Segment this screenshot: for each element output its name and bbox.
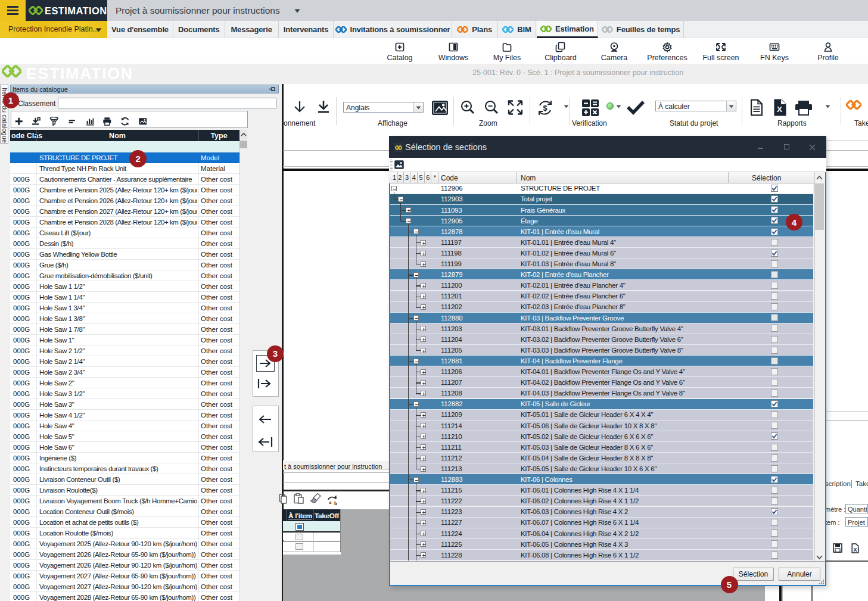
svg-text:X: X xyxy=(777,105,782,114)
svg-text:X: X xyxy=(853,547,857,553)
svg-text:b: b xyxy=(334,500,337,506)
svg-text:$: $ xyxy=(543,104,547,113)
svg-text:a: a xyxy=(329,499,332,505)
